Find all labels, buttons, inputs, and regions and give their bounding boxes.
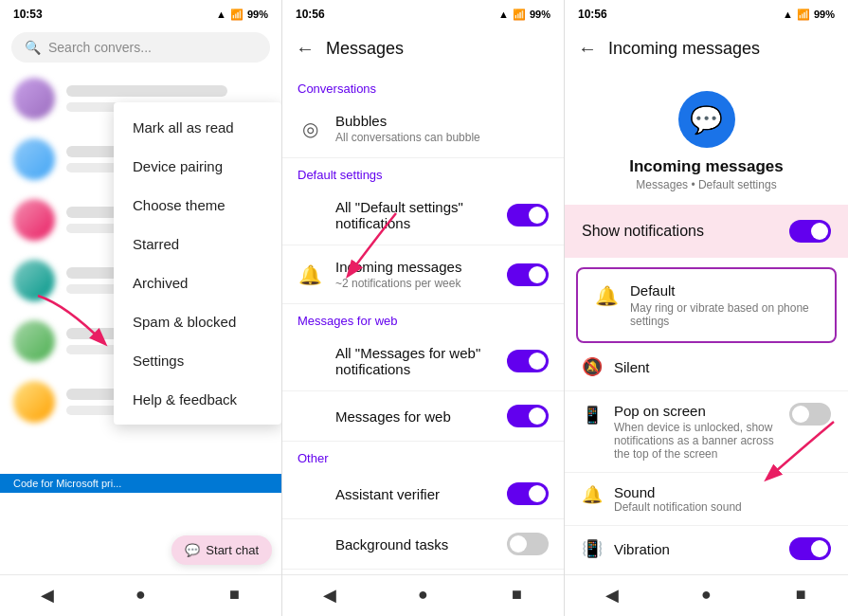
microsoft-bar: Code for Microsoft pri... (0, 474, 281, 493)
message-icon: 💬 (690, 104, 723, 136)
back-nav-1[interactable]: ◀ (27, 574, 68, 616)
sound-content: Sound Default notification sound (614, 484, 831, 514)
wifi-icon: ▲ (216, 9, 226, 20)
pop-toggle[interactable] (789, 403, 831, 426)
vibration-toggle[interactable] (789, 537, 831, 560)
sound-icon: 🔔 (582, 484, 603, 505)
all-default-item[interactable]: All "Default settings" notifications (282, 186, 564, 245)
sound-title: Sound (614, 484, 831, 500)
recent-nav-1[interactable]: ■ (214, 574, 256, 616)
default-settings-label: Default settings (282, 158, 564, 186)
bubbles-item[interactable]: ◎ Bubbles All conversations can bubble (282, 100, 564, 158)
all-default-content: All "Default settings" notifications (298, 199, 494, 231)
wifi-icon-2: ▲ (498, 9, 509, 20)
silent-label: Silent (614, 359, 650, 375)
incoming-content: Incoming messages ~2 notifications per w… (335, 259, 494, 290)
back-button-3[interactable]: ← (578, 38, 597, 60)
conversations-label: Conversations (282, 72, 564, 100)
bubbles-content: Bubbles All conversations can bubble (335, 113, 549, 144)
messages-web-toggle[interactable] (507, 405, 549, 427)
battery-2: 99% (530, 9, 550, 20)
incoming-icon: 💬 (678, 91, 735, 148)
menu-item-help-feedback[interactable]: Help & feedback (114, 380, 281, 419)
home-nav-3[interactable]: ● (685, 574, 727, 616)
back-nav-3[interactable]: ◀ (591, 574, 633, 616)
back-button-2[interactable]: ← (296, 38, 315, 60)
phone1: 10:53 ▲ 📶 99% 🔍 Search convers... (0, 0, 282, 616)
menu-item-settings[interactable]: Settings (114, 341, 281, 380)
time-1: 10:53 (13, 8, 43, 21)
all-web-item[interactable]: All "Messages for web" notifications (282, 332, 564, 391)
assistant-content: Assistant verifier (298, 486, 494, 502)
status-icons-1: ▲ 📶 99% (216, 9, 268, 21)
default-option[interactable]: 🔔 Default May ring or vibrate based on p… (576, 267, 837, 343)
back-nav-2[interactable]: ◀ (309, 574, 351, 616)
all-web-content: All "Messages for web" notifications (298, 345, 494, 377)
signal-icon-3: 📶 (797, 9, 810, 21)
incoming-title: Incoming messages (335, 259, 494, 275)
time-3: 10:56 (578, 8, 607, 21)
incoming-toggle[interactable] (507, 263, 549, 286)
bell-icon: 🔔 (298, 263, 322, 286)
default-option-title: Default (630, 282, 818, 299)
vibration-row[interactable]: 📳 Vibration (565, 525, 848, 571)
status-bar-3: 10:56 ▲ 📶 99% (565, 0, 848, 27)
menu-item-device-pairing[interactable]: Device pairing (114, 147, 281, 186)
all-web-toggle[interactable] (507, 350, 549, 372)
messages-web-content: Messages for web (298, 408, 494, 425)
avatar (13, 138, 55, 180)
bottom-nav-3: ◀ ● ■ (565, 574, 848, 616)
page-title-2: Messages (326, 39, 404, 59)
incoming-sub-3: Messages • Default settings (636, 178, 776, 191)
menu-item-mark-all-read[interactable]: Mark all as read (114, 108, 281, 147)
messages-web-item[interactable]: Messages for web (282, 391, 564, 442)
pop-sub: When device is unlocked, show notificati… (614, 421, 778, 461)
battery-1: 99% (247, 9, 268, 20)
signal-icon: 📶 (230, 9, 244, 21)
sound-sub: Default notification sound (614, 500, 831, 514)
search-placeholder: Search convers... (48, 40, 152, 55)
show-notifications-toggle[interactable] (789, 220, 831, 243)
menu-item-starred[interactable]: Starred (114, 225, 281, 263)
assistant-title: Assistant verifier (335, 486, 494, 502)
home-nav-2[interactable]: ● (403, 574, 444, 616)
assistant-item[interactable]: Assistant verifier (282, 469, 564, 519)
menu-item-choose-theme[interactable]: Choose theme (114, 186, 281, 225)
status-icons-2: ▲ 📶 99% (498, 9, 550, 21)
messages-web-label: Messages for web (282, 304, 564, 332)
background-item[interactable]: Background tasks (282, 519, 564, 570)
all-default-toggle[interactable] (507, 204, 549, 226)
incoming-item[interactable]: 🔔 Incoming messages ~2 notifications per… (282, 245, 564, 304)
background-title: Background tasks (335, 536, 494, 553)
search-icon: 🔍 (25, 40, 41, 55)
vibration-label: Vibration (614, 541, 778, 557)
recent-nav-3[interactable]: ■ (780, 574, 821, 616)
background-toggle[interactable] (507, 533, 549, 555)
menu-item-archived[interactable]: Archived (114, 263, 281, 302)
status-bar-2: 10:56 ▲ 📶 99% (282, 0, 564, 27)
battery-3: 99% (814, 9, 835, 20)
pop-on-screen-row[interactable]: 📱 Pop on screen When device is unlocked,… (565, 390, 848, 472)
start-chat-label: Start chat (206, 543, 259, 557)
start-chat-fab[interactable]: 💬 Start chat (171, 535, 272, 565)
incoming-title-3: Incoming messages (629, 157, 784, 176)
recent-nav-2[interactable]: ■ (496, 574, 538, 616)
menu-item-spam-blocked[interactable]: Spam & blocked (114, 302, 281, 341)
home-nav-1[interactable]: ● (120, 574, 162, 616)
status-bar-1: 10:53 ▲ 📶 99% (0, 0, 281, 27)
avatar (13, 381, 55, 423)
bottom-nav-1: ◀ ● ■ (0, 574, 281, 616)
silent-row[interactable]: 🔕 Silent (565, 343, 848, 390)
assistant-toggle[interactable] (507, 482, 549, 505)
show-notifications-row[interactable]: Show notifications (565, 205, 848, 258)
default-option-sub: May ring or vibrate based on phone setti… (630, 301, 818, 328)
page-title-3: Incoming messages (608, 39, 760, 59)
search-bar[interactable]: 🔍 Search convers... (11, 32, 270, 63)
vibration-icon: 📳 (582, 538, 603, 559)
sound-row[interactable]: 🔔 Sound Default notification sound (565, 472, 848, 525)
silent-icon: 🔕 (582, 356, 603, 377)
default-option-content: Default May ring or vibrate based on pho… (630, 282, 818, 328)
all-web-title: All "Messages for web" notifications (335, 345, 494, 377)
conversation-list: Code for Microsoft pri... Mark all as re… (0, 68, 281, 574)
show-notifications-label: Show notifications (582, 223, 704, 240)
